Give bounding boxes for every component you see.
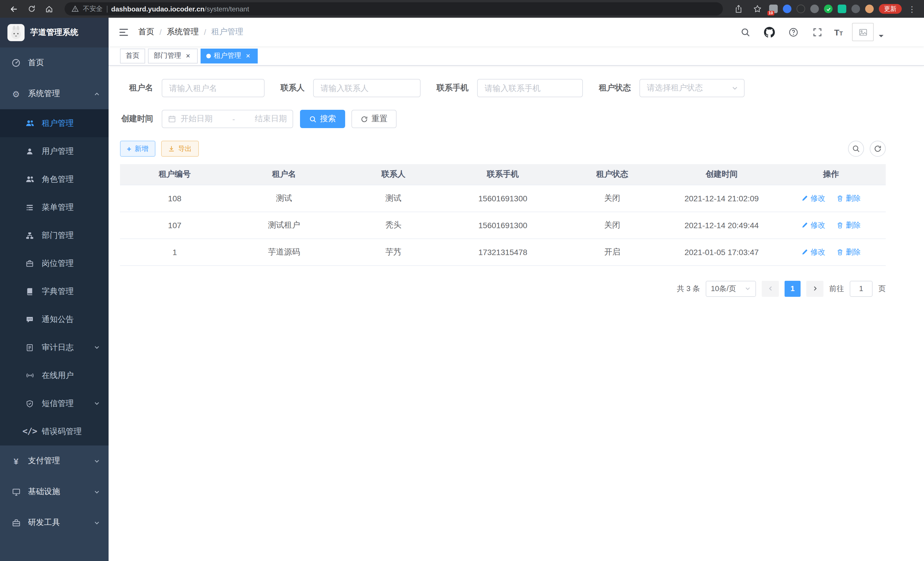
edit-button[interactable]: 修改 [801,247,825,257]
sidebar-item-audit-log[interactable]: 审计日志 [0,333,109,361]
tag-home[interactable]: 首页 [120,48,145,63]
filter-create-time: 创建时间 开始日期 - 结束日期 [120,110,293,128]
sidebar-toggle-icon[interactable] [118,26,129,38]
extension-icon[interactable] [824,5,832,13]
sidebar-item-online-users[interactable]: 在线用户 [0,361,109,390]
search-button-label: 搜索 [320,114,336,124]
page-number-1[interactable]: 1 [784,281,801,296]
sidebar-item-dict[interactable]: 字典管理 [0,277,109,305]
start-date-placeholder: 开始日期 [181,114,213,124]
department-icon [25,231,34,240]
sidebar-item-role[interactable]: 角色管理 [0,165,109,193]
delete-button[interactable]: 删除 [837,220,861,230]
extension-icon[interactable] [783,5,791,13]
sidebar-item-tenant[interactable]: 租户管理 [0,109,109,137]
reload-icon[interactable] [25,2,38,16]
search-button[interactable]: 搜索 [300,110,345,128]
sidebar-item-dept[interactable]: 部门管理 [0,221,109,249]
top-navbar: 首页 / 系统管理 / 租户管理 TT [109,18,924,46]
avatar[interactable] [852,23,874,41]
status-select[interactable]: 请选择租户状态 [639,79,745,97]
fullscreen-icon[interactable] [810,25,825,39]
tenant-icon [25,119,34,128]
font-size-icon[interactable]: TT [834,28,843,36]
url-domain: dashboard.yudao.iocoder.cn [111,5,205,13]
plus-icon: + [127,144,131,153]
extension-icon[interactable] [851,5,860,13]
field-label: 联系人 [280,83,304,93]
tenant-name-input[interactable] [162,79,265,97]
next-page-button[interactable] [806,281,824,296]
cell-created: 2021-12-14 21:02:09 [667,185,776,212]
sidebar-item-notice[interactable]: 通知公告 [0,305,109,333]
sidebar-item-label: 租户管理 [42,118,74,128]
share-icon[interactable] [731,2,745,16]
extension-icon[interactable] [796,5,805,13]
cell-tenant-id: 108 [120,185,230,212]
page-size-select[interactable]: 10条/页 [706,281,756,296]
sidebar-item-home[interactable]: 首页 [0,47,109,78]
navbar-actions: TT [738,23,884,41]
tenant-table: 租户编号 租户名 联系人 联系手机 租户状态 创建时间 操作 108 测试 测试… [120,164,886,266]
close-icon[interactable]: × [244,52,252,60]
phone-input[interactable] [477,79,583,97]
main-content: 租户名 联系人 联系手机 租户状态 请选择租户状态 创建时间 [109,66,924,561]
app-logo[interactable]: 芋道管理系统 [0,18,109,47]
goto-page-input[interactable] [850,281,873,296]
contact-input[interactable] [313,79,421,97]
cell-status: 关闭 [557,185,667,212]
delete-button[interactable]: 删除 [837,247,861,257]
tag-tenant[interactable]: 租户管理 × [201,48,258,63]
chevron-down-icon [94,489,100,495]
add-button[interactable]: + 新增 [120,141,155,157]
sidebar-item-devtools[interactable]: 研发工具 [0,507,109,538]
tag-label: 首页 [126,51,140,61]
sidebar-item-menu[interactable]: 菜单管理 [0,193,109,221]
close-icon[interactable]: × [184,52,192,60]
help-icon[interactable] [786,25,801,39]
extension-icon[interactable]: 10 [769,5,778,13]
sidebar-item-post[interactable]: 岗位管理 [0,249,109,277]
table-header-cell: 联系人 [339,164,448,185]
sidebar-item-system[interactable]: ⚙ 系统管理 [0,78,109,109]
table-header-cell: 租户名 [230,164,339,185]
browser-update-button[interactable]: 更新 [879,4,902,14]
error-code-icon: </> [25,427,34,436]
refresh-icon[interactable] [870,141,886,157]
breadcrumb-home[interactable]: 首页 [138,27,154,37]
sidebar-item-sms[interactable]: 短信管理 [0,390,109,417]
date-range-picker[interactable]: 开始日期 - 结束日期 [162,110,293,128]
tag-dept[interactable]: 部门管理 × [148,48,198,63]
chevron-down-icon [94,458,100,464]
caret-down-icon[interactable] [878,34,884,38]
url-bar[interactable]: 不安全 dashboard.yudao.iocoder.cn/system/te… [64,2,723,15]
tags-view: 首页 部门管理 × 租户管理 × [109,46,924,66]
extension-icon[interactable] [838,5,846,13]
bookmark-star-icon[interactable] [750,2,764,16]
toggle-search-icon[interactable] [848,141,864,157]
sidebar-item-payment[interactable]: ¥ 支付管理 [0,445,109,476]
prev-page-button[interactable] [762,281,779,296]
edit-button[interactable]: 修改 [801,220,825,230]
sidebar-item-user[interactable]: 用户管理 [0,137,109,165]
sidebar-item-label: 基础设施 [28,487,60,497]
reset-button[interactable]: 重置 [351,110,397,128]
profile-avatar-icon[interactable] [865,5,874,13]
sidebar-item-label: 首页 [28,58,44,68]
sidebar-item-infrastructure[interactable]: 基础设施 [0,476,109,507]
extension-icon[interactable] [810,5,819,13]
edit-button[interactable]: 修改 [801,193,825,203]
home-icon[interactable] [42,2,56,16]
cell-phone: 15601691300 [448,185,558,212]
back-icon[interactable] [7,2,21,16]
github-icon[interactable] [762,25,777,39]
export-button[interactable]: 导出 [161,141,199,157]
cell-actions: 修改 删除 [776,238,886,265]
chevron-down-icon [94,344,100,350]
sidebar-item-error-code[interactable]: </> 错误码管理 [0,417,109,445]
kebab-menu-icon[interactable]: ⋮ [907,4,917,14]
delete-button[interactable]: 删除 [837,193,861,203]
search-icon[interactable] [738,25,753,39]
table-header-cell: 创建时间 [667,164,776,185]
security-label: 不安全 [83,5,103,13]
